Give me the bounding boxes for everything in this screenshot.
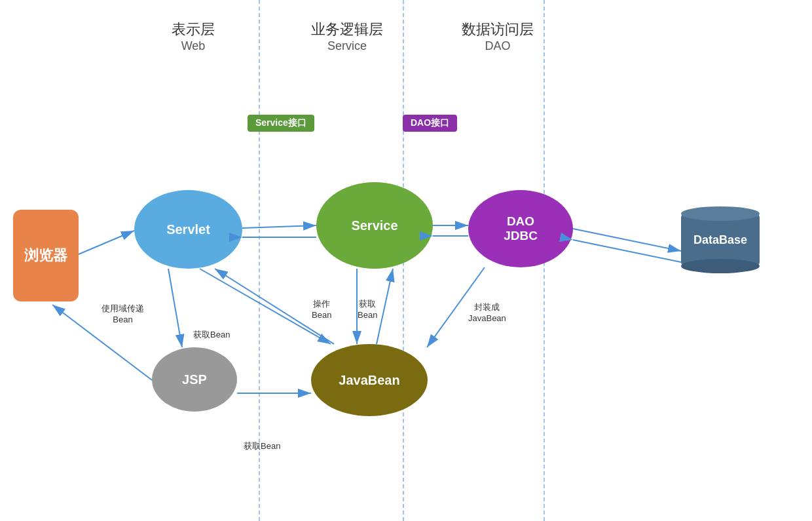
- dao-interface-badge: DAO接口: [403, 115, 457, 132]
- database-node: DataBase: [681, 206, 760, 273]
- jsp-node: JSP: [152, 347, 237, 412]
- layer-service-cn: 业务逻辑层: [282, 20, 413, 39]
- label-get-bean-3: 获取Bean: [244, 440, 280, 452]
- browser-node: 浏览器: [13, 210, 79, 301]
- svg-line-13: [377, 269, 393, 344]
- layer-web-cn: 表示层: [128, 20, 259, 39]
- layer-dao-en: DAO: [432, 39, 563, 53]
- cylinder-body: DataBase: [681, 214, 760, 266]
- service-interface-badge: Service接口: [248, 115, 314, 132]
- svg-line-7: [573, 229, 681, 251]
- service-node: Service: [316, 182, 433, 269]
- layer-service-header: 业务逻辑层 Service: [282, 20, 413, 53]
- svg-line-9: [168, 269, 182, 347]
- label-domain-bean: 使用域传递 Bean: [101, 303, 144, 324]
- label-get-bean-2: 获取 Bean: [358, 298, 377, 320]
- layer-service-en: Service: [282, 39, 413, 53]
- label-get-bean-1: 获取Bean: [193, 329, 230, 341]
- layer-dao-header: 数据访问层 DAO: [432, 20, 563, 53]
- cylinder-top: [681, 206, 760, 221]
- svg-line-8: [573, 240, 681, 262]
- layer-web-header: 表示层 Web: [128, 20, 259, 53]
- servlet-node: Servlet: [134, 190, 242, 269]
- diagram: 表示层 Web 业务逻辑层 Service 数据访问层 DAO Service接…: [0, 0, 812, 521]
- svg-line-2: [79, 231, 134, 254]
- dao-jdbc-node: DAO JDBC: [468, 190, 573, 267]
- javabean-node: JavaBean: [311, 344, 428, 416]
- layer-dao-cn: 数据访问层: [432, 20, 563, 39]
- label-operate-bean: 操作 Bean: [312, 298, 331, 320]
- label-encapsulate-javabean: 封装成 JavaBean: [468, 301, 506, 323]
- cylinder-bottom: [681, 259, 760, 273]
- layer-web-en: Web: [128, 39, 259, 53]
- svg-line-3: [242, 225, 316, 228]
